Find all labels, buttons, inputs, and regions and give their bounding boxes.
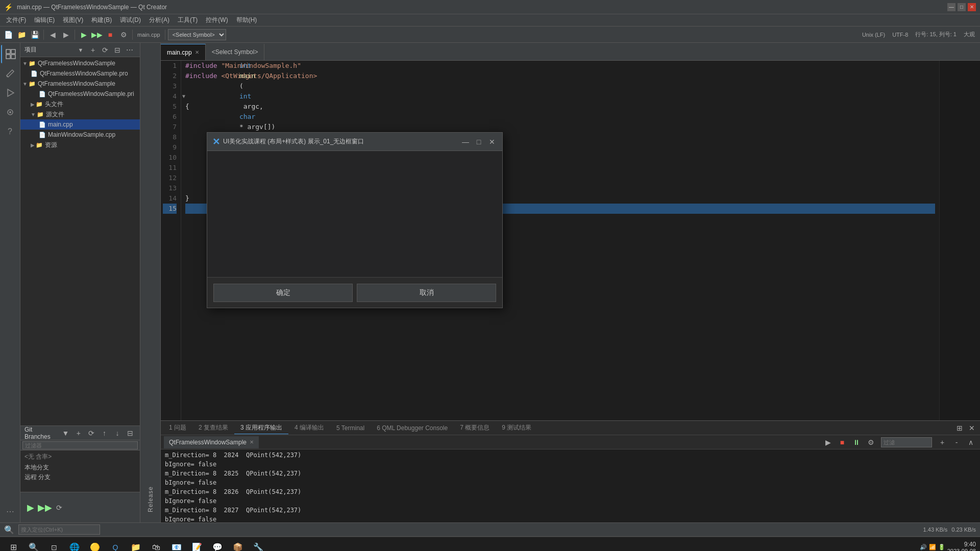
tab-main-cpp[interactable]: main.cpp ✕ <box>161 44 206 60</box>
tree-item-root[interactable]: ▼ 📁 QtFramelessWindowSample <box>20 58 140 68</box>
toolbar-debug[interactable]: ▶▶ <box>91 29 103 41</box>
activity-edit[interactable] <box>1 64 19 83</box>
minimize-button[interactable]: — <box>947 3 955 11</box>
toolbar-save[interactable]: 💾 <box>29 29 41 41</box>
panel-tab-qml[interactable]: 6 QML Debugger Console <box>371 422 454 434</box>
output-run-btn[interactable]: ▶ <box>822 436 834 448</box>
taskbar-edge[interactable]: 🌐 <box>65 538 84 552</box>
git-add-btn[interactable]: + <box>73 427 84 439</box>
debug-run-btn[interactable]: ▶▶ <box>39 502 51 514</box>
git-filter-input[interactable] <box>22 441 138 449</box>
output-collapse-btn[interactable]: ∧ <box>965 436 977 448</box>
taskbar-chrome[interactable]: 🟡 <box>86 538 104 552</box>
git-pull-btn[interactable]: ↓ <box>112 427 122 439</box>
taskbar-app6[interactable]: 📝 <box>188 538 206 552</box>
panel-tab-terminal[interactable]: 5 Terminal <box>330 422 371 434</box>
toolbar-stop[interactable]: ■ <box>104 29 116 41</box>
project-filter-btn[interactable]: ▼ <box>75 44 87 56</box>
taskbar-qt[interactable]: Q <box>106 538 125 552</box>
activity-run[interactable] <box>1 84 19 102</box>
tree-item-resources[interactable]: ▶ 📁 资源 <box>20 140 140 150</box>
menu-widget[interactable]: 控件(W) <box>202 15 232 26</box>
menu-file[interactable]: 文件(F) <box>2 15 30 26</box>
git-branches-content: <无 含率> 本地分支 远程 分支 <box>20 450 140 492</box>
tree-item-main[interactable]: 📄 main.cpp <box>20 119 140 130</box>
taskbar-file-explorer[interactable]: 📁 <box>127 538 145 552</box>
taskbar-search[interactable]: 🔍 <box>24 538 43 552</box>
taskbar-start[interactable]: ⊞ <box>4 538 22 552</box>
git-collapse-btn[interactable]: ⊟ <box>125 427 136 439</box>
project-add-btn[interactable]: + <box>87 44 99 56</box>
panel-tab-output[interactable]: 3 应用程序输出 <box>234 422 288 434</box>
activity-help[interactable]: ? <box>1 122 19 141</box>
tray-icon-3[interactable]: 🔋 <box>938 544 945 550</box>
menu-build[interactable]: 构建(B) <box>87 15 116 26</box>
taskbar-clock[interactable]: 9:40 2023-09-08 <box>947 541 976 552</box>
tree-item-pri[interactable]: 📄 QtFramelessWindowSample.pri <box>20 89 140 99</box>
toolbar-build[interactable]: ▶ <box>78 29 90 41</box>
panel-tab-issues[interactable]: 1 问题 <box>163 422 192 434</box>
close-button[interactable]: ✕ <box>968 3 976 11</box>
dialog-close-btn[interactable]: ✕ <box>487 137 497 147</box>
toolbar-new[interactable]: 📄 <box>2 29 14 41</box>
panel-tab-review[interactable]: 2 复查结果 <box>192 422 234 434</box>
output-minus-btn[interactable]: - <box>950 436 963 448</box>
taskbar-app8[interactable]: 📦 <box>229 538 247 552</box>
toolbar-settings[interactable]: ⚙ <box>117 29 130 41</box>
tree-item-qfw[interactable]: ▼ 📁 QtFramelessWindowSample <box>20 79 140 89</box>
menu-analyze[interactable]: 分析(A) <box>145 15 174 26</box>
tree-item-sources[interactable]: ▼ 📁 源文件 <box>20 109 140 119</box>
output-add-btn[interactable]: + <box>936 436 948 448</box>
panel-tab-summary[interactable]: 7 概要信息 <box>454 422 496 434</box>
taskbar-app5[interactable]: 📧 <box>167 538 186 552</box>
tree-item-mainwindow[interactable]: 📄 MainWindowSample.cpp <box>20 130 140 140</box>
project-collapse-btn[interactable]: ⊟ <box>111 44 124 56</box>
output-pause-btn[interactable]: ⏸ <box>850 436 863 448</box>
tree-item-pro[interactable]: 📄 QtFramelessWindowSample.pro <box>20 68 140 79</box>
app-output-tab-close[interactable]: ✕ <box>250 439 254 445</box>
menu-tools[interactable]: 工具(T) <box>174 15 202 26</box>
taskbar-app9[interactable]: 🔧 <box>249 538 267 552</box>
dialog-confirm-btn[interactable]: 确定 <box>213 284 353 302</box>
run-btn[interactable]: ▶ <box>24 502 37 514</box>
tree-item-headers[interactable]: ▶ 📁 头文件 <box>20 99 140 109</box>
project-sync-btn[interactable]: ⟳ <box>99 44 111 56</box>
taskbar-task-view[interactable]: ⊡ <box>45 538 63 552</box>
output-stop-btn[interactable]: ■ <box>836 436 848 448</box>
toolbar-forward[interactable]: ▶ <box>60 29 72 41</box>
menu-debug[interactable]: 调试(D) <box>116 15 145 26</box>
tray-icon-2[interactable]: 📶 <box>929 544 936 550</box>
activity-project[interactable] <box>1 45 19 63</box>
project-more-btn[interactable]: ⋯ <box>124 44 136 56</box>
tab-main-cpp-close[interactable]: ✕ <box>195 49 199 55</box>
panel-tab-test[interactable]: 9 测试结果 <box>496 422 537 434</box>
menu-help[interactable]: 帮助(H) <box>232 15 261 26</box>
restore-button[interactable]: □ <box>958 3 966 11</box>
output-settings-btn[interactable]: ⚙ <box>865 436 877 448</box>
location-search-input[interactable] <box>18 524 100 535</box>
toolbar-back[interactable]: ◀ <box>46 29 59 41</box>
panel-tab-compile[interactable]: 4 编译输出 <box>288 422 330 434</box>
tray-icon-1[interactable]: 🔊 <box>920 544 927 550</box>
taskbar-store[interactable]: 🛍 <box>147 538 165 552</box>
menu-edit[interactable]: 编辑(E) <box>30 15 59 26</box>
git-fetch-btn[interactable]: ⟳ <box>86 427 97 439</box>
output-search-input[interactable] <box>881 437 932 447</box>
dialog-cancel-btn[interactable]: 取消 <box>357 284 496 302</box>
git-filter-btn[interactable]: ▼ <box>60 427 71 439</box>
dialog-restore-btn[interactable]: □ <box>474 137 484 147</box>
panel-close-btn[interactable]: ✕ <box>966 422 978 434</box>
symbol-select[interactable]: <Select Symbol> <box>168 29 226 40</box>
activity-debug[interactable] <box>1 103 19 121</box>
git-branch-btn[interactable]: ⟳ <box>53 502 65 514</box>
activity-more[interactable]: ⋯ <box>1 502 19 520</box>
toolbar-open[interactable]: 📁 <box>15 29 28 41</box>
app-output-tab[interactable]: QtFramelessWindowSample ✕ <box>164 436 259 448</box>
tab-select-symbol[interactable]: <Select Symbol> <box>206 44 265 60</box>
dialog-minimize-btn[interactable]: — <box>460 137 471 147</box>
menu-view[interactable]: 视图(V) <box>59 15 87 26</box>
output-content[interactable]: m_Direction= 8 2824 QPoint(542,237) bIgn… <box>161 449 980 522</box>
git-push-btn[interactable]: ↑ <box>99 427 110 439</box>
panel-expand-btn[interactable]: ⊞ <box>953 422 966 434</box>
taskbar-wechat[interactable]: 💬 <box>208 538 227 552</box>
